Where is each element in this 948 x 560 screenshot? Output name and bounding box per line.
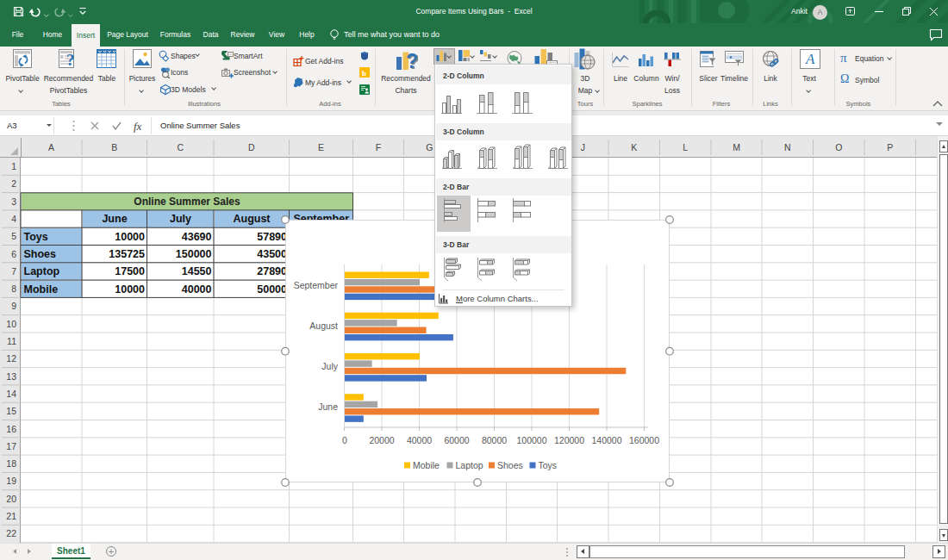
svg-text:A: A	[805, 51, 815, 67]
svg-text:?: ?	[66, 51, 75, 69]
svg-text:b: b	[362, 68, 366, 77]
svg-text:?: ?	[406, 50, 418, 72]
svg-text:fx: fx	[134, 120, 142, 133]
